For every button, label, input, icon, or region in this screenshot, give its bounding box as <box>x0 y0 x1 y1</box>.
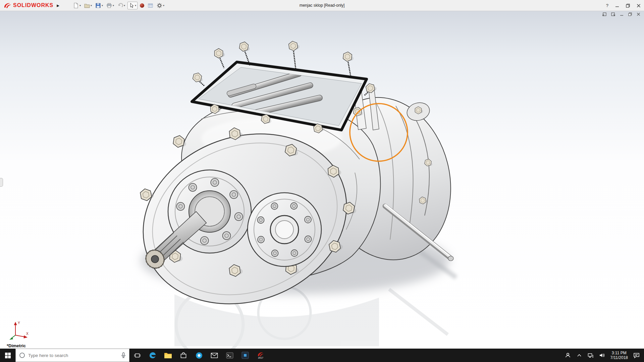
close-button[interactable] <box>637 4 641 8</box>
store-button[interactable] <box>176 349 191 362</box>
dropdown-caret-icon[interactable]: ▾ <box>135 4 136 7</box>
dropdown-caret-icon[interactable]: ▾ <box>91 4 92 7</box>
undo-icon <box>117 3 123 8</box>
new-document-button[interactable]: ▾ <box>72 2 82 9</box>
system-tray: 3:11 PM 7/11/2018 <box>562 349 644 362</box>
new-document-icon <box>73 3 79 8</box>
clock-date: 7/11/2018 <box>610 355 628 360</box>
command-prompt-icon <box>226 352 233 359</box>
model-flange-output <box>248 193 321 266</box>
solidworks-app-icon <box>257 352 264 357</box>
edge-browser-button[interactable] <box>145 349 160 362</box>
quick-access-toolbar: ▾ ▾ ▾ ▾ <box>72 2 165 9</box>
design-table-button[interactable] <box>147 2 154 9</box>
options-gear-icon <box>157 3 162 8</box>
task-view-button[interactable] <box>129 349 145 362</box>
graphics-viewport[interactable]: Y X *Dimetric <box>0 11 644 349</box>
print-icon <box>106 3 112 8</box>
browser-circle-icon <box>195 352 203 359</box>
triad-x-arrow <box>24 336 28 339</box>
clock-time: 3:11 PM <box>610 351 628 355</box>
triad-y-label: Y <box>18 321 20 325</box>
titlebar: SOLIDWORKS ▶ ▾ ▾ ▾ <box>0 0 644 11</box>
save-button[interactable]: ▾ <box>94 2 104 9</box>
document-window-controls <box>602 12 641 16</box>
triad-y-arrow <box>14 322 17 325</box>
document-minimize-button[interactable] <box>620 12 624 16</box>
undo-button[interactable]: ▾ <box>116 2 126 9</box>
network-icon <box>588 353 594 358</box>
volume-icon <box>599 353 605 358</box>
document-title: menjac sklop [Read-only] <box>300 3 345 8</box>
search-input[interactable] <box>28 353 118 358</box>
dark-app-icon <box>241 352 249 359</box>
solidworks-version-badge: 2017 <box>258 357 263 359</box>
help-button[interactable]: ? <box>606 3 608 8</box>
brand-name: SOLIDWORKS <box>13 2 53 8</box>
taskbar-search[interactable] <box>15 349 129 362</box>
cortana-icon <box>19 352 25 358</box>
windows-logo-icon <box>5 353 11 358</box>
people-icon <box>565 352 571 358</box>
select-arrow-icon <box>129 3 134 8</box>
print-button[interactable]: ▾ <box>105 2 115 9</box>
orientation-triad[interactable]: Y X <box>7 320 31 341</box>
action-center-icon <box>633 353 640 358</box>
window-controls: ? <box>606 0 641 11</box>
save-icon <box>95 3 101 8</box>
window-restore-previous-button[interactable] <box>602 12 607 16</box>
file-explorer-button[interactable] <box>160 349 176 362</box>
design-table-icon <box>148 3 153 8</box>
window-restore-next-button[interactable] <box>611 12 615 16</box>
microphone-icon[interactable] <box>121 352 126 358</box>
solidworks-app-button[interactable]: 2017 <box>253 349 268 362</box>
task-view-icon <box>134 353 141 358</box>
select-tool-button[interactable]: ▾ <box>127 2 138 9</box>
mail-icon <box>211 353 218 358</box>
document-close-button[interactable] <box>636 12 641 16</box>
maximize-button[interactable] <box>626 4 630 8</box>
document-restore-button[interactable] <box>628 12 632 16</box>
edge-icon <box>149 351 157 359</box>
dropdown-caret-icon[interactable]: ▾ <box>113 4 114 7</box>
dropdown-caret-icon[interactable]: ▾ <box>102 4 103 7</box>
taskbar-clock[interactable]: 3:11 PM 7/11/2018 <box>608 351 631 360</box>
appearance-sphere-icon <box>140 3 144 8</box>
mail-button[interactable] <box>207 349 222 362</box>
open-button[interactable]: ▾ <box>83 2 93 9</box>
screen: SOLIDWORKS ▶ ▾ ▾ ▾ <box>0 0 644 362</box>
view-orientation-label: *Dimetric <box>7 343 26 348</box>
dropdown-caret-icon[interactable]: ▾ <box>163 4 164 7</box>
network-button[interactable] <box>585 353 596 358</box>
taskbar: 2017 <box>0 349 644 362</box>
viewport-3d-model[interactable] <box>0 11 644 349</box>
people-button[interactable] <box>562 352 574 358</box>
chevron-up-icon <box>577 354 581 357</box>
volume-button[interactable] <box>596 353 608 358</box>
solidworks-logo: SOLIDWORKS <box>0 2 53 9</box>
action-center-button[interactable] <box>631 353 642 358</box>
store-bag-icon <box>180 352 187 359</box>
triad-x-label: X <box>26 332 29 336</box>
start-button[interactable] <box>0 349 15 362</box>
open-icon <box>84 3 90 8</box>
file-explorer-icon <box>164 352 172 359</box>
options-button[interactable]: ▾ <box>156 2 165 9</box>
dropdown-caret-icon[interactable]: ▾ <box>124 4 125 7</box>
minimize-button[interactable] <box>615 4 619 8</box>
menu-expand-arrow[interactable]: ▶ <box>55 3 61 8</box>
tray-overflow-button[interactable] <box>574 354 585 357</box>
dropdown-caret-icon[interactable]: ▾ <box>79 4 81 7</box>
solidworks-logo-icon <box>3 2 11 9</box>
dark-app-button[interactable] <box>237 349 253 362</box>
browser-app-button[interactable] <box>191 349 207 362</box>
command-prompt-button[interactable] <box>222 349 237 362</box>
panel-flyout-tab[interactable] <box>0 178 3 187</box>
appearance-button[interactable] <box>139 3 145 8</box>
